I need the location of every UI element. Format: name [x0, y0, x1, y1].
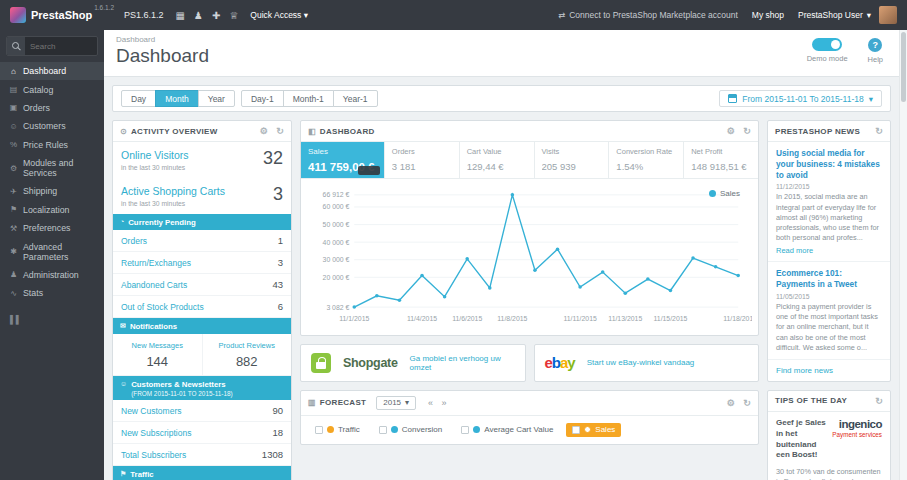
sidebar-item-advanced-parameters[interactable]: ✱ Advanced Parameters	[0, 237, 104, 265]
cart-icon[interactable]: ▦	[176, 10, 185, 21]
kpi-orders[interactable]: Orders 3 181	[385, 142, 460, 178]
kpi-conversion-rate[interactable]: Conversion Rate 1.54%	[609, 142, 684, 178]
user-avatar[interactable]	[879, 6, 897, 24]
flag-icon: ⚑	[120, 470, 126, 478]
sidebar-item-price-rules[interactable]: % Price Rules	[0, 136, 104, 154]
refresh-icon[interactable]: ↻	[743, 398, 751, 408]
customers-row: New Customers 90	[113, 400, 291, 422]
average-cart-value-checkbox[interactable]	[461, 426, 469, 434]
filter-year-1-button[interactable]: Year-1	[333, 90, 378, 107]
legend-sales[interactable]: Sales	[566, 423, 621, 437]
kpi-value: 129,44 €	[467, 161, 527, 172]
legend-average-cart-value[interactable]: Average Cart Value	[455, 423, 559, 437]
sidebar-item-localization[interactable]: ⚑ Localization	[0, 201, 104, 219]
pending-orders-link[interactable]: Orders	[121, 236, 147, 246]
svg-text:11/6/2015: 11/6/2015	[452, 315, 482, 322]
trophy-icon[interactable]: ♕	[229, 10, 238, 21]
active-carts-link[interactable]: Active Shopping Carts	[121, 185, 225, 197]
legend-traffic[interactable]: Traffic	[309, 423, 366, 437]
marketplace-link[interactable]: ⇄ Connect to PrestaShop Marketplace acco…	[558, 10, 738, 20]
sidebar-item-modules[interactable]: ⚙ Modules and Services	[0, 154, 104, 182]
abandoned-carts-link[interactable]: Abandoned Carts	[121, 280, 187, 290]
news-article-link[interactable]: Using social media for your business: 4 …	[776, 148, 880, 180]
search-button[interactable]	[7, 37, 25, 55]
stats-icon: ∿	[9, 289, 18, 298]
sidebar-item-administration[interactable]: ♟ Administration	[0, 266, 104, 284]
demo-mode-toggle[interactable]	[812, 38, 842, 51]
product-reviews-link[interactable]: Product Reviews	[219, 341, 275, 350]
new-subscriptions-link[interactable]: New Subscriptions	[121, 428, 191, 438]
next-page-button[interactable]: »	[440, 398, 450, 408]
sidebar-item-dashboard[interactable]: ⌂ Dashboard	[0, 62, 104, 80]
average-cart-value-dot	[473, 426, 480, 433]
sidebar-collapse-button[interactable]: ▌▌	[0, 303, 104, 336]
sidebar-nav: ⌂ Dashboard ▤ Catalog ▣ Orders ☺ Custome…	[0, 62, 104, 303]
refresh-icon[interactable]: ↻	[276, 126, 284, 136]
filter-year-button[interactable]: Year	[198, 90, 235, 107]
sidebar-search	[6, 36, 98, 56]
traffic-checkbox[interactable]	[315, 426, 323, 434]
activity-overview-panel: ⊙ ACTIVITY OVERVIEW ⚙ ↻ Online Visitors …	[112, 120, 292, 480]
new-messages-col: New Messages 144	[113, 334, 202, 375]
my-shop-link[interactable]: My shop	[752, 10, 784, 20]
read-more-link[interactable]: Read more	[776, 246, 813, 255]
activity-overview-header: ⊙ ACTIVITY OVERVIEW ⚙ ↻	[113, 121, 291, 142]
sales-checkbox[interactable]	[572, 426, 580, 434]
gear-icon[interactable]: ⚙	[260, 126, 268, 136]
svg-text:66 912 €: 66 912 €	[323, 191, 350, 198]
new-customers-link[interactable]: New Customers	[121, 406, 181, 416]
filter-month-1-button[interactable]: Month-1	[283, 90, 334, 107]
sidebar-item-shipping[interactable]: ✈ Shipping	[0, 182, 104, 200]
news-article-link[interactable]: Ecommerce 101: Payments in a Tweet	[776, 268, 857, 289]
new-messages-link[interactable]: New Messages	[132, 341, 183, 350]
scrollbar-thumb[interactable]	[901, 32, 906, 102]
sidebar-item-customers[interactable]: ☺ Customers	[0, 117, 104, 135]
filter-day-button[interactable]: Day	[121, 90, 156, 107]
filter-day-1-button[interactable]: Day-1	[241, 90, 284, 107]
conversion-checkbox[interactable]	[379, 426, 387, 434]
help-icon[interactable]: ?	[868, 38, 882, 52]
user-icon[interactable]: ♟	[194, 10, 203, 21]
svg-text:20 000 €: 20 000 €	[323, 274, 350, 281]
sidebar-item-stats[interactable]: ∿ Stats	[0, 284, 104, 302]
legend-conversion[interactable]: Conversion	[373, 423, 448, 437]
ingenico-logo[interactable]: ingenico Payment services	[832, 418, 882, 438]
online-visitors-link[interactable]: Online Visitors	[121, 149, 189, 161]
user-menu[interactable]: PrestaShop User ▾	[798, 10, 871, 20]
scrollbar[interactable]	[899, 30, 907, 480]
shopgate-link[interactable]: Ga mobiel en verhoog uw omzet	[410, 354, 515, 372]
find-more-news-link[interactable]: Find more news	[768, 360, 890, 381]
date-range-picker[interactable]: From 2015-11-01 To 2015-11-18 ▾	[719, 90, 882, 107]
kpi-cart-value[interactable]: Cart Value 129,44 €	[460, 142, 535, 178]
kpi-sales[interactable]: Sales 411 759,00 €	[301, 142, 385, 178]
sidebar-item-orders[interactable]: ▣ Orders	[0, 99, 104, 117]
previous-page-button[interactable]: «	[426, 398, 436, 408]
gear-icon[interactable]: ⚙	[727, 126, 735, 136]
ingenico-logo-subtext: Payment services	[832, 431, 882, 438]
refresh-icon[interactable]: ↻	[743, 126, 751, 136]
filter-month-button[interactable]: Month	[155, 90, 199, 107]
forecast-year-select[interactable]: 2015 ▾	[376, 396, 416, 410]
refresh-icon[interactable]: ↻	[875, 126, 883, 136]
add-icon[interactable]: ✚	[212, 10, 220, 21]
total-subscribers-value: 1308	[262, 449, 283, 460]
sidebar-item-catalog[interactable]: ▤ Catalog	[0, 80, 104, 98]
breadcrumb: Dashboard	[116, 35, 887, 44]
kpi-visits[interactable]: Visits 205 939	[535, 142, 610, 178]
gear-icon[interactable]: ⚙	[727, 398, 735, 408]
search-input[interactable]	[25, 37, 97, 55]
ingenico-logo-text: ingenico	[832, 418, 882, 430]
clock-icon: ◔	[120, 218, 124, 225]
chevron-down-icon: ▾	[867, 10, 871, 20]
pending-returns-link[interactable]: Return/Exchanges	[121, 258, 191, 268]
quick-access-menu[interactable]: Quick Access ▾	[250, 10, 308, 20]
news-header: PRESTASHOP NEWS ↻	[768, 121, 890, 142]
ebay-link[interactable]: Start uw eBay-winkel vandaag	[587, 358, 695, 367]
sidebar-item-preferences[interactable]: ⚒ Preferences	[0, 219, 104, 237]
new-customers-value: 90	[272, 405, 283, 416]
refresh-icon[interactable]: ↻	[875, 396, 883, 406]
out-of-stock-link[interactable]: Out of Stock Products	[121, 302, 204, 312]
total-subscribers-link[interactable]: Total Subscribers	[121, 450, 186, 460]
kpi-net-profit[interactable]: Net Profit 148 918,51 €	[684, 142, 758, 178]
legend-label: Average Cart Value	[484, 425, 553, 434]
